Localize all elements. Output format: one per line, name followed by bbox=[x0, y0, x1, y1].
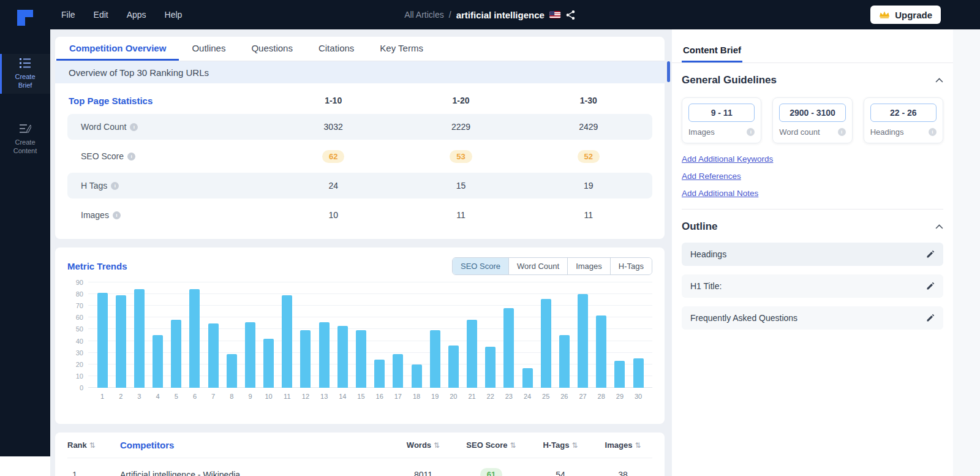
column-rank[interactable]: Rank⇅ bbox=[67, 440, 120, 450]
seo-score-badge: 53 bbox=[450, 150, 472, 163]
bar[interactable] bbox=[337, 326, 348, 388]
info-icon[interactable]: i bbox=[111, 182, 119, 190]
bar[interactable] bbox=[596, 315, 606, 388]
outline-title: Outline bbox=[682, 221, 718, 233]
bar[interactable] bbox=[485, 347, 496, 388]
menu-help[interactable]: Help bbox=[165, 10, 183, 20]
chevron-up-icon[interactable] bbox=[935, 78, 943, 83]
bar[interactable] bbox=[374, 360, 385, 388]
add-additional-keywords-link[interactable]: Add Additional Keywords bbox=[682, 154, 773, 164]
share-icon[interactable] bbox=[565, 10, 576, 20]
tab-questions[interactable]: Questions bbox=[238, 37, 306, 61]
info-icon[interactable]: i bbox=[113, 211, 121, 219]
bar[interactable] bbox=[467, 320, 477, 388]
bar[interactable] bbox=[263, 339, 274, 388]
bar[interactable] bbox=[189, 289, 200, 388]
column-words[interactable]: Words⇅ bbox=[391, 440, 455, 450]
add-additional-notes-link[interactable]: Add Additional Notes bbox=[682, 189, 758, 198]
pencil-icon[interactable] bbox=[926, 250, 935, 259]
bar-column bbox=[389, 282, 407, 388]
stat-value: 11 bbox=[397, 210, 524, 220]
bar[interactable] bbox=[356, 330, 366, 388]
menu-file[interactable]: File bbox=[61, 10, 75, 20]
sidebar-item-create-content[interactable]: Create Content bbox=[0, 119, 50, 159]
bar[interactable] bbox=[614, 361, 625, 388]
pencil-icon[interactable] bbox=[926, 314, 935, 322]
tab-citations[interactable]: Citations bbox=[306, 37, 367, 61]
bar[interactable] bbox=[448, 346, 459, 388]
column-competitors: Competitors bbox=[120, 440, 391, 450]
toggle-images[interactable]: Images bbox=[567, 258, 610, 274]
main-scrollbar-thumb[interactable] bbox=[667, 61, 670, 82]
column-h-tags[interactable]: H-Tags⇅ bbox=[527, 440, 594, 450]
bar-column bbox=[537, 282, 555, 388]
bar[interactable] bbox=[116, 295, 126, 388]
info-icon[interactable]: i bbox=[130, 123, 138, 131]
tab-competition-overview[interactable]: Competition Overview bbox=[56, 37, 179, 61]
toggle-h-tags[interactable]: H-Tags bbox=[610, 258, 652, 274]
toggle-seo-score[interactable]: SEO Score bbox=[453, 258, 508, 274]
breadcrumb-all-articles[interactable]: All Articles bbox=[404, 10, 444, 20]
outline-row-label: Frequently Asked Questions bbox=[690, 313, 797, 323]
bar[interactable] bbox=[578, 294, 588, 388]
bar[interactable] bbox=[153, 335, 163, 388]
column-images[interactable]: Images⇅ bbox=[594, 440, 652, 450]
tab-key-terms[interactable]: Key Terms bbox=[367, 37, 436, 61]
app: File Edit Apps Help All Articles / artif… bbox=[0, 0, 980, 476]
competitor-row[interactable]: 1 Artificial intelligence - Wikipedia 80… bbox=[67, 458, 652, 476]
competitor-seo-badge: 61 bbox=[480, 468, 502, 476]
content-brief-tabbar: Content Brief bbox=[672, 37, 953, 63]
outline-row-h1-title: H1 Title: bbox=[682, 274, 943, 298]
bar[interactable] bbox=[208, 323, 219, 388]
info-icon[interactable]: i bbox=[127, 153, 135, 161]
bar[interactable] bbox=[412, 365, 422, 388]
competitor-name[interactable]: Artificial intelligence - Wikipedia bbox=[120, 470, 391, 476]
bar[interactable] bbox=[522, 368, 533, 388]
bar[interactable] bbox=[319, 322, 330, 388]
menu-edit[interactable]: Edit bbox=[94, 10, 108, 20]
x-axis-tick-label: 22 bbox=[481, 393, 500, 400]
images-range-input[interactable]: 9 - 11 bbox=[688, 104, 755, 122]
info-icon[interactable]: i bbox=[838, 128, 846, 136]
bar[interactable] bbox=[633, 358, 644, 388]
bar[interactable] bbox=[393, 354, 403, 388]
chevron-up-icon[interactable] bbox=[935, 224, 943, 229]
info-icon[interactable]: i bbox=[747, 128, 755, 136]
bar[interactable] bbox=[227, 354, 237, 388]
bar-column bbox=[407, 282, 426, 388]
bar-column bbox=[481, 282, 500, 388]
bar[interactable] bbox=[171, 320, 181, 388]
menu-apps[interactable]: Apps bbox=[127, 10, 146, 20]
pencil-icon[interactable] bbox=[926, 282, 935, 290]
seo-score-badge: 52 bbox=[578, 150, 600, 163]
tab-content-brief[interactable]: Content Brief bbox=[682, 37, 742, 62]
general-guidelines-title: General Guidelines bbox=[682, 74, 777, 86]
outline-rows: Headings H1 Title: Frequently Asked Ques… bbox=[682, 243, 943, 330]
tab-outlines[interactable]: Outlines bbox=[179, 37, 238, 61]
bar[interactable] bbox=[300, 330, 311, 388]
bar-column bbox=[204, 282, 222, 388]
bar[interactable] bbox=[559, 335, 570, 388]
info-icon[interactable]: i bbox=[929, 128, 937, 136]
us-flag-icon[interactable] bbox=[549, 11, 560, 18]
word-count-range-input[interactable]: 2900 - 3100 bbox=[779, 104, 845, 122]
bar[interactable] bbox=[134, 289, 145, 388]
bar[interactable] bbox=[430, 330, 440, 388]
add-references-link[interactable]: Add References bbox=[682, 172, 741, 181]
bar[interactable] bbox=[541, 299, 551, 388]
stat-row-seo-score: SEO Score i 62 53 52 bbox=[67, 143, 652, 169]
y-axis-tick-label: 40 bbox=[76, 338, 83, 345]
bar[interactable] bbox=[282, 295, 292, 388]
bar[interactable] bbox=[503, 308, 514, 388]
stat-value: 3032 bbox=[270, 122, 397, 132]
bar[interactable] bbox=[245, 322, 255, 388]
headings-range-input[interactable]: 22 - 26 bbox=[870, 104, 937, 122]
upgrade-button[interactable]: Upgrade bbox=[870, 6, 941, 24]
toggle-word-count[interactable]: Word Count bbox=[508, 258, 567, 274]
sidebar-item-create-brief[interactable]: Create Brief bbox=[0, 54, 50, 94]
outline-row-label: H1 Title: bbox=[690, 281, 722, 291]
app-logo[interactable] bbox=[15, 7, 36, 28]
column-seo-score[interactable]: SEO Score⇅ bbox=[455, 440, 527, 450]
bar[interactable] bbox=[97, 293, 108, 388]
competitor-rank: 1 bbox=[67, 470, 120, 476]
